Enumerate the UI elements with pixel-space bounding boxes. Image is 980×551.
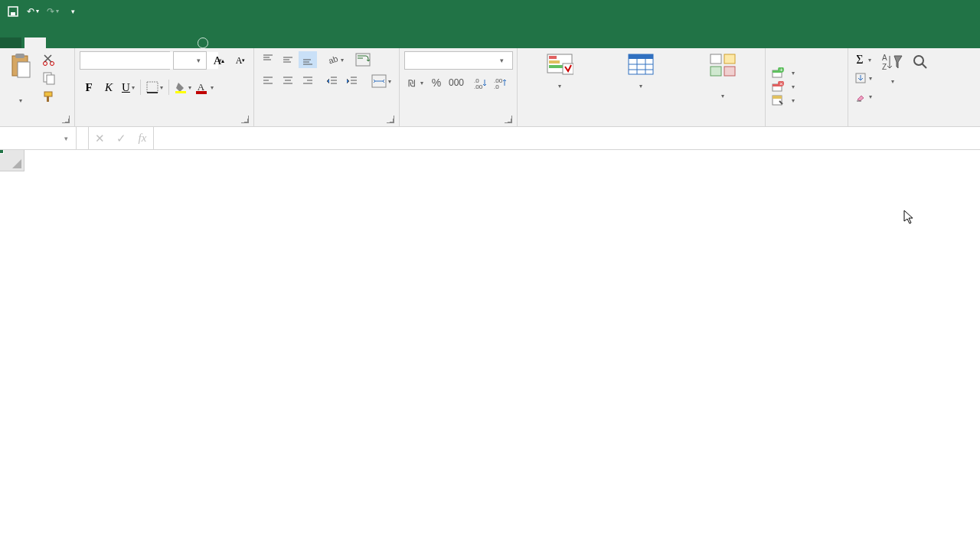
align-top-button[interactable] [259, 51, 277, 68]
indent-decrease-button[interactable] [323, 73, 341, 90]
bold-button[interactable]: F [80, 79, 98, 96]
title-bar: ↶▾ ↷▾ ▾ [0, 0, 980, 22]
tab-file[interactable] [0, 37, 21, 48]
svg-text:+: + [779, 67, 783, 73]
tab-review[interactable] [132, 37, 153, 48]
group-number: ▾ ₪▾ % 000 .0.00 .00.0 [400, 48, 518, 126]
font-launcher[interactable] [241, 116, 249, 123]
shrink-font-button[interactable]: A▾ [231, 52, 250, 69]
enter-formula-button[interactable]: ✓ [113, 132, 129, 145]
svg-rect-1 [11, 12, 15, 15]
sort-filter-button[interactable]: AZ ▾ [879, 51, 906, 87]
formula-input[interactable] [154, 127, 980, 149]
tab-data[interactable] [110, 37, 132, 48]
number-format-combo[interactable]: ▾ [404, 51, 513, 70]
clear-button[interactable]: ▾ [853, 88, 874, 105]
conditional-formatting-button[interactable]: ▾ [543, 51, 577, 92]
orientation-button[interactable]: ab▾ [325, 51, 346, 68]
share-button[interactable] [974, 37, 980, 48]
align-launcher[interactable] [387, 116, 394, 123]
tab-insert[interactable] [46, 37, 67, 48]
font-size-input[interactable] [174, 52, 192, 69]
svg-rect-13 [175, 91, 186, 93]
wrap-text-button[interactable] [354, 51, 372, 68]
align-middle-button[interactable] [279, 51, 297, 68]
undo-icon[interactable]: ↶▾ [26, 5, 40, 18]
svg-rect-63 [710, 67, 721, 76]
svg-point-6 [51, 62, 54, 66]
svg-text:₪: ₪ [408, 78, 415, 89]
tab-formulas[interactable] [89, 37, 110, 48]
cut-button[interactable] [40, 51, 58, 68]
insert-function-button[interactable]: fx [135, 132, 150, 145]
svg-rect-52 [549, 60, 560, 64]
redo-icon[interactable]: ↷▾ [46, 5, 60, 18]
number-format-input[interactable] [405, 52, 495, 69]
decrease-decimal-button[interactable]: .00.0 [492, 74, 510, 91]
group-styles: ▾ ▾ ▾ [518, 48, 766, 126]
select-all-button[interactable] [0, 150, 24, 171]
align-center-button[interactable] [279, 73, 297, 90]
autosum-button[interactable]: Σ▾ [853, 51, 874, 68]
tab-layout[interactable] [67, 37, 89, 48]
grow-font-button[interactable]: A▴ [210, 52, 228, 69]
svg-rect-10 [47, 96, 49, 102]
format-cells-button[interactable]: ▾ [770, 94, 796, 106]
tab-home[interactable] [24, 37, 46, 48]
name-box[interactable]: ▾ [0, 127, 77, 149]
qat-customize-icon[interactable]: ▾ [66, 5, 80, 18]
tell-me[interactable] [190, 37, 220, 48]
group-editing: Σ▾ ▾ ▾ AZ ▾ [848, 48, 980, 126]
indent-increase-button[interactable] [343, 73, 361, 90]
borders-button[interactable]: ▾ [144, 79, 165, 96]
fill-button[interactable]: ▾ [853, 70, 874, 86]
clipboard-launcher[interactable] [62, 116, 70, 123]
lightbulb-icon [198, 37, 208, 48]
fill-color-button[interactable]: ▾ [172, 79, 194, 96]
svg-rect-3 [15, 54, 24, 58]
svg-rect-53 [549, 65, 563, 68]
italic-button[interactable]: K [100, 79, 118, 96]
comma-button[interactable]: 000 [447, 74, 466, 91]
save-icon[interactable] [6, 5, 20, 18]
tab-view[interactable] [153, 37, 175, 48]
align-right-button[interactable] [299, 73, 317, 90]
svg-text:.0: .0 [494, 83, 499, 89]
paste-button[interactable]: ▾ [5, 51, 37, 106]
ribbon: ▾ ▾ ▾ A▴ A▾ F K U▾ ▾ [0, 48, 980, 127]
svg-text:A: A [882, 54, 887, 62]
svg-point-5 [44, 62, 47, 66]
currency-button[interactable]: ₪▾ [404, 74, 426, 91]
formula-bar: ▾ ✕ ✓ fx [0, 127, 980, 150]
format-as-table-button[interactable]: ▾ [624, 51, 658, 92]
svg-rect-4 [18, 62, 30, 77]
font-size-combo[interactable]: ▾ [173, 51, 207, 70]
merge-button[interactable]: ▾ [369, 73, 394, 90]
cell-styles-button[interactable]: ▾ [706, 51, 740, 102]
svg-line-80 [922, 64, 926, 68]
name-box-input[interactable] [0, 132, 58, 145]
copy-button[interactable] [40, 70, 58, 86]
delete-cells-button[interactable]: ×▾ [770, 80, 796, 93]
font-color-button[interactable]: A▾ [195, 79, 216, 96]
number-launcher[interactable] [505, 116, 512, 123]
cancel-formula-button[interactable]: ✕ [92, 132, 107, 145]
percent-button[interactable]: % [427, 74, 446, 91]
format-painter-button[interactable] [40, 88, 58, 105]
increase-decimal-button[interactable]: .0.00 [472, 74, 490, 91]
svg-rect-9 [44, 92, 52, 96]
svg-rect-51 [549, 56, 557, 59]
underline-button[interactable]: U▾ [119, 79, 137, 96]
group-clipboard: ▾ [0, 48, 75, 126]
insert-cells-button[interactable]: +▾ [770, 67, 796, 79]
svg-rect-11 [147, 82, 158, 93]
align-left-button[interactable] [259, 73, 277, 90]
svg-rect-25 [356, 54, 370, 66]
align-bottom-button[interactable] [299, 51, 317, 68]
svg-text:ab: ab [327, 54, 339, 65]
spreadsheet-grid[interactable] [0, 150, 980, 548]
find-select-button[interactable] [911, 51, 931, 87]
font-name-combo[interactable]: ▾ [80, 51, 170, 70]
name-box-dropdown[interactable]: ▾ [58, 135, 74, 142]
svg-rect-62 [724, 54, 735, 64]
